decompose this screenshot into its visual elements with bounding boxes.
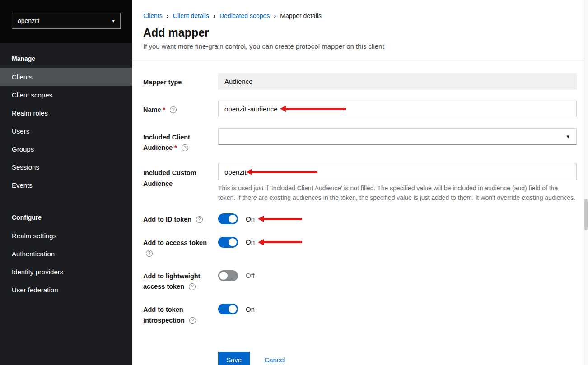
caret-down-icon: ▾ bbox=[112, 18, 115, 24]
nav-section-configure: Configure Realm settings Authentication … bbox=[0, 194, 132, 299]
included-custom-audience-helper: This is used just if 'Included Client Au… bbox=[218, 184, 577, 203]
included-custom-audience-field-wrap: This is used just if 'Included Client Au… bbox=[218, 164, 577, 203]
breadcrumb-client-details[interactable]: Client details bbox=[173, 12, 209, 19]
annotation-arrow-id-token bbox=[258, 216, 302, 222]
add-to-lightweight-access-token-label: Add to lightweight access token ? bbox=[143, 270, 218, 292]
add-to-access-token-label: Add to access token ? bbox=[143, 237, 218, 259]
label-text: Included Custom Audience bbox=[143, 169, 196, 187]
form-actions: Save Cancel bbox=[218, 352, 577, 365]
help-icon[interactable]: ? bbox=[146, 250, 153, 257]
sidebar-item-realm-settings[interactable]: Realm settings bbox=[0, 226, 132, 245]
mapper-type-label: Mapper type bbox=[143, 73, 218, 90]
nav-section-title-manage: Manage bbox=[0, 43, 132, 68]
label-text: Mapper type bbox=[143, 79, 182, 86]
toggle-knob bbox=[229, 215, 237, 223]
add-to-lightweight-access-token-row: Add to lightweight access token ? Off bbox=[143, 270, 577, 292]
included-client-audience-row: Included Client Audience* ? ▾ bbox=[143, 128, 577, 153]
page-subtitle: If you want more fine-grain control, you… bbox=[143, 42, 577, 50]
label-text: Add to token introspection bbox=[143, 306, 185, 323]
chevron-right-icon: › bbox=[274, 12, 276, 19]
included-client-audience-select[interactable]: ▾ bbox=[218, 128, 577, 145]
included-custom-audience-input[interactable] bbox=[218, 164, 577, 180]
help-icon[interactable]: ? bbox=[196, 216, 203, 223]
sidebar-item-label: Events bbox=[12, 181, 33, 189]
add-to-token-introspection-toggle[interactable] bbox=[218, 304, 238, 314]
add-to-id-token-field: On bbox=[218, 213, 577, 224]
sidebar-item-label: Groups bbox=[12, 145, 34, 153]
toggle-knob bbox=[229, 238, 237, 246]
sidebar-item-groups[interactable]: Groups bbox=[0, 140, 132, 158]
add-mapper-form: Mapper type Name* ? Included C bbox=[132, 61, 588, 365]
mapper-type-row: Mapper type bbox=[143, 73, 577, 90]
help-icon[interactable]: ? bbox=[170, 106, 177, 113]
toggle-state-label: On bbox=[246, 215, 255, 223]
sidebar-item-clients[interactable]: Clients bbox=[0, 68, 132, 86]
sidebar-item-identity-providers[interactable]: Identity providers bbox=[0, 263, 132, 281]
chevron-right-icon: › bbox=[167, 12, 169, 19]
name-input[interactable] bbox=[218, 101, 577, 117]
help-icon[interactable]: ? bbox=[189, 283, 196, 290]
included-custom-audience-label: Included Custom Audience bbox=[143, 164, 218, 203]
sidebar-item-events[interactable]: Events bbox=[0, 176, 132, 194]
label-text: Add to ID token bbox=[143, 216, 191, 223]
cancel-button[interactable]: Cancel bbox=[264, 356, 285, 364]
included-client-audience-label: Included Client Audience* ? bbox=[143, 128, 218, 153]
add-to-token-introspection-label: Add to token introspection ? bbox=[143, 304, 218, 325]
sidebar: openziti ▾ Manage Clients Client scopes … bbox=[0, 0, 132, 365]
add-to-access-token-row: Add to access token ? On bbox=[143, 237, 577, 259]
sidebar-item-client-scopes[interactable]: Client scopes bbox=[0, 86, 132, 104]
sidebar-item-label: Clients bbox=[12, 73, 33, 81]
included-custom-audience-row: Included Custom Audience This is used ju… bbox=[143, 164, 577, 203]
realm-selector[interactable]: openziti ▾ bbox=[12, 13, 121, 29]
nav-section-manage: Manage Clients Client scopes Realm roles… bbox=[0, 43, 132, 194]
label-text: Name bbox=[143, 106, 161, 113]
sidebar-item-authentication[interactable]: Authentication bbox=[0, 245, 132, 263]
add-to-token-introspection-field: On bbox=[218, 304, 577, 314]
save-button[interactable]: Save bbox=[218, 352, 250, 365]
add-to-lightweight-access-token-toggle[interactable] bbox=[218, 270, 238, 281]
scrollbar-thumb[interactable] bbox=[584, 199, 588, 230]
arrow-head bbox=[258, 216, 264, 222]
sidebar-masthead: openziti ▾ bbox=[0, 0, 132, 43]
help-icon[interactable]: ? bbox=[189, 317, 196, 324]
sidebar-item-realm-roles[interactable]: Realm roles bbox=[0, 104, 132, 122]
sidebar-item-label: Authentication bbox=[12, 250, 55, 258]
add-to-id-token-toggle[interactable] bbox=[218, 213, 238, 224]
breadcrumb-dedicated-scopes[interactable]: Dedicated scopes bbox=[219, 12, 270, 19]
help-icon[interactable]: ? bbox=[182, 144, 188, 151]
chevron-right-icon: › bbox=[213, 12, 215, 19]
sidebar-item-sessions[interactable]: Sessions bbox=[0, 158, 132, 176]
sidebar-item-label: Realm settings bbox=[12, 232, 56, 240]
sidebar-item-user-federation[interactable]: User federation bbox=[0, 281, 132, 299]
sidebar-item-label: Sessions bbox=[12, 163, 39, 171]
sidebar-item-users[interactable]: Users bbox=[0, 122, 132, 140]
sidebar-item-label: User federation bbox=[12, 286, 58, 294]
caret-down-icon: ▾ bbox=[566, 133, 569, 140]
included-client-audience-field-wrap: ▾ bbox=[218, 128, 577, 153]
mapper-type-field-wrap bbox=[218, 73, 577, 90]
sidebar-item-label: Client scopes bbox=[12, 91, 52, 99]
label-text: Add to access token bbox=[143, 239, 207, 246]
main-content: Clients › Client details › Dedicated sco… bbox=[132, 0, 588, 365]
toggle-state-label: Off bbox=[246, 272, 255, 279]
breadcrumb-mapper-details: Mapper details bbox=[280, 12, 322, 19]
toggle-knob bbox=[229, 305, 237, 313]
name-label: Name* ? bbox=[143, 101, 218, 117]
add-to-access-token-toggle[interactable] bbox=[218, 237, 238, 248]
add-to-token-introspection-row: Add to token introspection ? On bbox=[143, 304, 577, 325]
toggle-knob bbox=[219, 272, 228, 280]
breadcrumb-clients[interactable]: Clients bbox=[143, 12, 163, 19]
sidebar-item-label: Realm roles bbox=[12, 109, 48, 117]
nav-section-title-configure: Configure bbox=[0, 194, 132, 226]
realm-selector-value: openziti bbox=[18, 17, 39, 24]
toggle-state-label: On bbox=[246, 305, 255, 313]
annotation-arrow-access-token bbox=[258, 239, 302, 245]
arrow-head bbox=[258, 239, 264, 245]
add-to-lightweight-access-token-field: Off bbox=[218, 270, 577, 281]
sidebar-item-label: Identity providers bbox=[12, 268, 63, 276]
name-row: Name* ? bbox=[143, 101, 577, 117]
vertical-scrollbar[interactable] bbox=[584, 0, 588, 365]
arrow-shaft bbox=[264, 241, 302, 243]
page-title: Add mapper bbox=[143, 26, 577, 39]
required-indicator: * bbox=[163, 106, 166, 113]
